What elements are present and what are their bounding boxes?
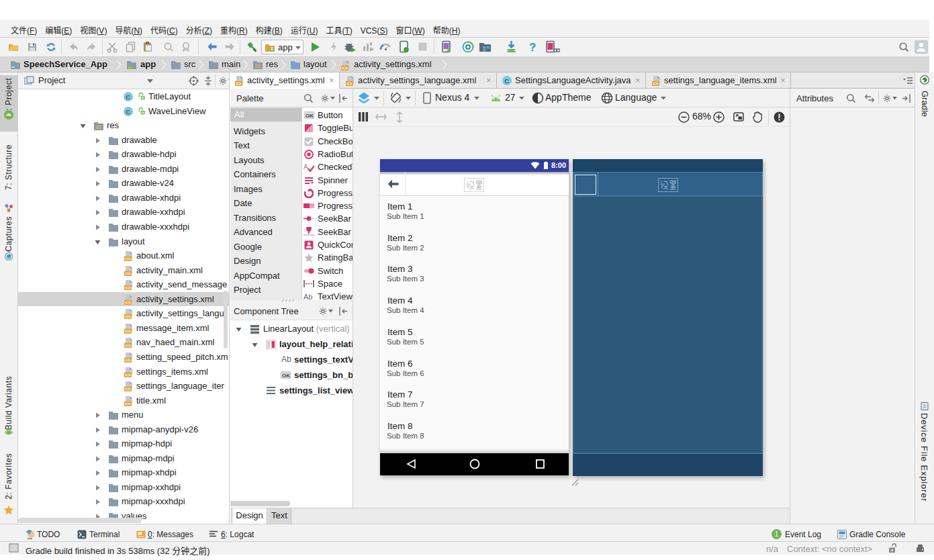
svg-text:<>: <> [125, 387, 130, 391]
svg-text:<>: <> [125, 401, 130, 406]
svg-text:<>: <> [125, 343, 130, 348]
svg-text:C: C [504, 77, 509, 85]
svg-text:<>: <> [236, 81, 241, 86]
svg-text:OK: OK [282, 373, 290, 379]
svg-text:<>: <> [125, 328, 130, 333]
svg-text:OK: OK [306, 113, 314, 119]
svg-text:<>: <> [125, 271, 130, 275]
svg-text:<>: <> [125, 372, 130, 377]
svg-text:C: C [126, 107, 130, 115]
svg-text:<>: <> [125, 357, 130, 362]
svg-text:<>: <> [125, 314, 130, 319]
svg-text:<>: <> [125, 256, 130, 261]
svg-text:<>: <> [125, 285, 130, 290]
svg-text:Ab: Ab [303, 293, 312, 300]
svg-text:<>: <> [346, 81, 352, 86]
svg-text:<>: <> [653, 81, 658, 86]
svg-text:C: C [126, 93, 130, 101]
svg-text:<>: <> [125, 299, 130, 304]
svg-text:A: A [303, 163, 308, 171]
svg-text:<>: <> [342, 66, 347, 71]
